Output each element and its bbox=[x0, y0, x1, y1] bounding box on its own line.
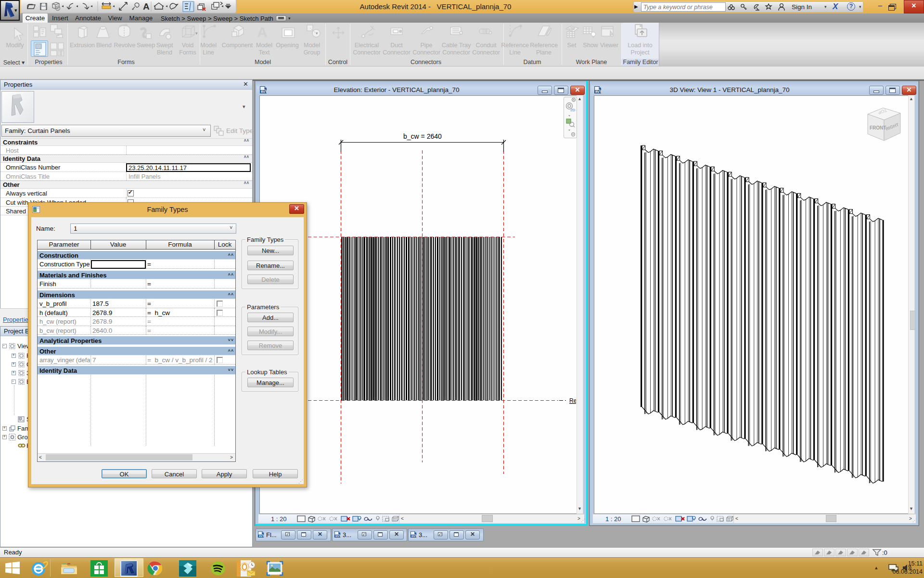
svg-text:2D: 2D bbox=[570, 108, 575, 112]
svg-text:RVT: RVT bbox=[259, 535, 265, 538]
svg-text:A: A bbox=[143, 1, 150, 12]
svg-text:Re: Re bbox=[569, 397, 576, 404]
svg-text:FRONT: FRONT bbox=[870, 125, 886, 131]
svg-text:b_cw = 2640: b_cw = 2640 bbox=[403, 132, 442, 140]
svg-text:RVT: RVT bbox=[411, 535, 417, 538]
svg-text:RVT: RVT bbox=[335, 535, 341, 538]
